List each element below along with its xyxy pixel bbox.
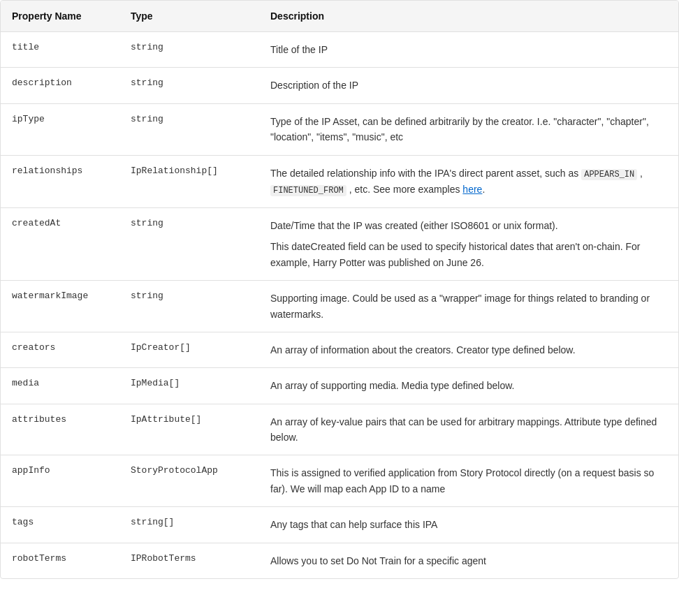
cell-description: Date/Time that the IP was created (eithe… bbox=[259, 207, 678, 280]
cell-property-name: tags bbox=[1, 507, 119, 543]
cell-description: An array of supporting media. Media type… bbox=[259, 368, 678, 404]
cell-type: string bbox=[119, 68, 259, 103]
cell-property-name: media bbox=[1, 368, 119, 404]
table-row: watermarkImagestringSupporting image. Co… bbox=[1, 281, 678, 332]
cell-description: Allows you to set Do Not Train for a spe… bbox=[259, 543, 678, 578]
table-row: createdAtstringDate/Time that the IP was… bbox=[1, 207, 678, 280]
header-description: Description bbox=[259, 1, 678, 32]
cell-property-name: createdAt bbox=[1, 207, 119, 280]
inline-code: APPEARS_IN bbox=[581, 169, 637, 180]
cell-description: Supporting image. Could be used as a "wr… bbox=[259, 281, 678, 332]
cell-type: string bbox=[119, 281, 259, 332]
inline-code: FINETUNED_FROM bbox=[270, 185, 346, 196]
table-row: robotTermsIPRobotTermsAllows you to set … bbox=[1, 543, 678, 578]
header-type: Type bbox=[119, 1, 259, 32]
cell-description: An array of key-value pairs that can be … bbox=[259, 404, 678, 455]
cell-property-name: ipType bbox=[1, 103, 119, 155]
table-row: attributesIpAttribute[]An array of key-v… bbox=[1, 404, 678, 455]
cell-property-name: description bbox=[1, 68, 119, 103]
cell-description: This is assigned to verified application… bbox=[259, 455, 678, 507]
properties-table-container: Property Name Type Description titlestri… bbox=[0, 0, 679, 579]
cell-property-name: robotTerms bbox=[1, 543, 119, 578]
cell-type: StoryProtocolApp bbox=[119, 455, 259, 507]
cell-description: Title of the IP bbox=[259, 32, 678, 68]
table-row: mediaIpMedia[]An array of supporting med… bbox=[1, 368, 678, 404]
cell-description: Description of the IP bbox=[259, 68, 678, 103]
description-link[interactable]: here bbox=[462, 184, 482, 195]
table-header-row: Property Name Type Description bbox=[1, 1, 678, 32]
cell-description: The detailed relationship info with the … bbox=[259, 155, 678, 207]
cell-description: Any tags that can help surface this IPA bbox=[259, 507, 678, 543]
table-row: tagsstring[]Any tags that can help surfa… bbox=[1, 507, 678, 543]
table-row: appInfoStoryProtocolAppThis is assigned … bbox=[1, 455, 678, 507]
cell-description: An array of information about the creato… bbox=[259, 332, 678, 367]
properties-table: Property Name Type Description titlestri… bbox=[1, 1, 678, 578]
cell-type: IpMedia[] bbox=[119, 368, 259, 404]
cell-type: string bbox=[119, 103, 259, 155]
table-row: relationshipsIpRelationship[]The detaile… bbox=[1, 155, 678, 207]
cell-type: string bbox=[119, 32, 259, 68]
cell-type: string[] bbox=[119, 507, 259, 543]
table-row: creatorsIpCreator[]An array of informati… bbox=[1, 332, 678, 367]
cell-type: string bbox=[119, 207, 259, 280]
table-row: descriptionstringDescription of the IP bbox=[1, 68, 678, 103]
cell-property-name: title bbox=[1, 32, 119, 68]
cell-type: IpAttribute[] bbox=[119, 404, 259, 455]
cell-property-name: appInfo bbox=[1, 455, 119, 507]
table-row: ipTypestringType of the IP Asset, can be… bbox=[1, 103, 678, 155]
cell-property-name: creators bbox=[1, 332, 119, 367]
cell-type: IpRelationship[] bbox=[119, 155, 259, 207]
header-property-name: Property Name bbox=[1, 1, 119, 32]
cell-type: IpCreator[] bbox=[119, 332, 259, 367]
cell-property-name: relationships bbox=[1, 155, 119, 207]
cell-description: Type of the IP Asset, can be defined arb… bbox=[259, 103, 678, 155]
cell-type: IPRobotTerms bbox=[119, 543, 259, 578]
cell-property-name: watermarkImage bbox=[1, 281, 119, 332]
table-row: titlestringTitle of the IP bbox=[1, 32, 678, 68]
cell-property-name: attributes bbox=[1, 404, 119, 455]
